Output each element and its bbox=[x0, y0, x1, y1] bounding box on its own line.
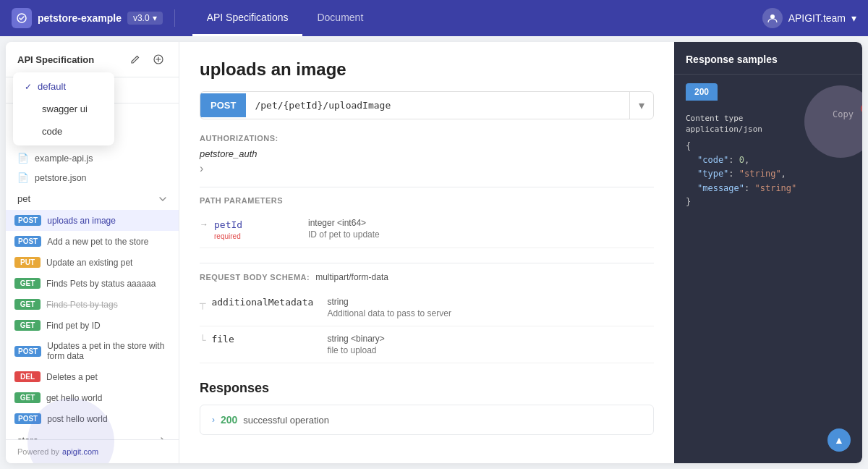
right-panel: Response samples 200 Content type applic… bbox=[674, 42, 862, 463]
file-icon3: 📄 bbox=[17, 172, 29, 183]
method-badge-get3: GET bbox=[14, 320, 41, 331]
file-icon2: 📄 bbox=[17, 153, 29, 164]
logo-icon bbox=[12, 8, 32, 28]
method-badge-post2: POST bbox=[14, 236, 41, 247]
top-nav: petstore-example v3.0 ▾ API Specificatio… bbox=[0, 0, 868, 36]
param-type-col: integer <int64> ID of pet to update bbox=[308, 218, 380, 240]
divider2 bbox=[200, 263, 654, 263]
response-desc: successful operation bbox=[243, 415, 329, 426]
endpoint-add-pet[interactable]: POST Add a new pet to the store bbox=[6, 231, 179, 252]
param-name: petId bbox=[214, 219, 242, 230]
chevron-down-icon bbox=[158, 195, 167, 203]
response-code: 200 bbox=[221, 414, 237, 426]
endpoint-url-bar: POST /pet/{petId}/uploadImage ▾ bbox=[200, 91, 654, 119]
add-icon[interactable] bbox=[150, 51, 167, 68]
method-badge-put: PUT bbox=[14, 257, 41, 268]
edit-icon[interactable] bbox=[127, 51, 144, 68]
dropdown-menu: ✓ default swagger ui code bbox=[13, 72, 114, 145]
endpoint-update-with-form[interactable]: POST Updates a pet in the store with for… bbox=[6, 336, 179, 366]
scroll-top-button[interactable]: ▲ bbox=[827, 428, 851, 452]
url-path: /pet/{petId}/uploadImage bbox=[246, 93, 629, 117]
section-pet[interactable]: pet bbox=[6, 187, 179, 210]
method-badge-del: DEL bbox=[14, 371, 41, 382]
status-tab-200[interactable]: 200 bbox=[686, 83, 718, 101]
dropdown-item-code[interactable]: code bbox=[13, 120, 114, 143]
app-name: petstore-example bbox=[38, 12, 122, 24]
endpoint-find-by-status[interactable]: GET Finds Pets by status aaaaaa bbox=[6, 273, 179, 294]
method-badge-get: GET bbox=[14, 278, 41, 289]
param-required: required bbox=[214, 232, 308, 240]
method-badge-post4: POST bbox=[14, 413, 41, 424]
user-label: APIGIT.team bbox=[788, 12, 846, 24]
app-logo[interactable]: petstore-example bbox=[12, 8, 122, 28]
code-area: Content type application/json Copy { "co… bbox=[674, 101, 862, 463]
divider1 bbox=[200, 187, 654, 187]
copy-button[interactable]: Copy bbox=[833, 109, 854, 119]
sidebar-footer: Powered by apigit.com bbox=[6, 439, 179, 463]
body-param-type1: string bbox=[327, 297, 451, 307]
sidebar-actions bbox=[127, 51, 167, 68]
sidebar-content: ☁ cloud 📄 user.json 📄 example-api.js 📄 p… bbox=[6, 103, 179, 439]
apigit-link[interactable]: apigit.com bbox=[62, 447, 98, 456]
body-param-desc1: Additional data to pass to server bbox=[327, 308, 451, 318]
user-chevron-icon: ▾ bbox=[851, 12, 856, 24]
url-method-badge: POST bbox=[200, 93, 246, 117]
body-param-additional: ┬ additionalMetadata string Additional d… bbox=[200, 290, 654, 326]
response-item-200[interactable]: › 200 successful operation bbox=[200, 405, 654, 435]
tree-icon2: └ bbox=[200, 334, 205, 346]
body-param-desc2: file to upload bbox=[327, 345, 384, 355]
expand-icon[interactable]: ▾ bbox=[629, 92, 653, 119]
endpoint-get-hello-world[interactable]: GET get hello world bbox=[6, 387, 179, 408]
auth-label: AUTHORIZATIONS: bbox=[200, 134, 654, 143]
endpoint-find-by-id[interactable]: GET Find pet by ID bbox=[6, 315, 179, 336]
endpoint-uploads-image[interactable]: POST uploads an image bbox=[6, 210, 179, 231]
section-store[interactable]: store bbox=[6, 429, 179, 439]
schema-type: multipart/form-data bbox=[315, 272, 388, 282]
main-layout: API Specification ✓ default bbox=[6, 42, 862, 463]
endpoint-find-by-tags[interactable]: GET Finds Pets by tags bbox=[6, 294, 179, 315]
user-avatar-icon bbox=[762, 8, 783, 28]
nav-divider bbox=[174, 9, 175, 27]
user-menu[interactable]: APIGIT.team ▾ bbox=[762, 8, 856, 28]
tab-document[interactable]: Document bbox=[302, 0, 378, 36]
auth-name: petstore_auth bbox=[200, 148, 258, 159]
method-badge-post: POST bbox=[14, 215, 41, 226]
content-type-label: Content type application/json bbox=[686, 114, 851, 134]
method-badge-post3: POST bbox=[14, 346, 41, 357]
method-badge-get2: GET bbox=[14, 299, 41, 310]
body-param-file: └ file string <binary> file to upload bbox=[200, 326, 654, 363]
request-schema-label: REQUEST BODY SCHEMA: bbox=[200, 273, 310, 282]
auth-expand-chevron[interactable]: › bbox=[200, 162, 654, 175]
code-block: { "code": 0, "type": "string", "message"… bbox=[686, 140, 851, 209]
path-params-label: PATH PARAMETERS bbox=[200, 196, 654, 205]
param-arrow: → bbox=[200, 219, 208, 229]
response-expand-icon: › bbox=[212, 415, 215, 425]
sidebar-item-exampleapi[interactable]: 📄 example-api.js bbox=[6, 148, 179, 168]
svg-point-1 bbox=[770, 14, 775, 19]
body-param-type-col1: string Additional data to pass to server bbox=[327, 297, 451, 318]
version-selector[interactable]: v3.0 ▾ bbox=[127, 12, 163, 25]
tab-api-specifications[interactable]: API Specifications bbox=[192, 0, 303, 36]
responses-title: Responses bbox=[200, 381, 654, 396]
param-name-col: petId required bbox=[214, 218, 308, 240]
endpoint-update-pet[interactable]: PUT Update an existing pet bbox=[6, 252, 179, 273]
endpoint-title: uploads an image bbox=[200, 59, 654, 80]
chevron-down-icon: ▾ bbox=[153, 13, 157, 23]
path-params-section: PATH PARAMETERS → petId required integer… bbox=[200, 196, 654, 248]
body-param-name1: additionalMetadata bbox=[211, 297, 327, 308]
body-param-type2: string <binary> bbox=[327, 334, 384, 344]
dropdown-item-default[interactable]: ✓ default bbox=[13, 75, 114, 98]
nav-tabs: API Specifications Document bbox=[192, 0, 378, 36]
endpoint-delete-pet[interactable]: DEL Deletes a pet bbox=[6, 366, 179, 387]
sidebar-title: API Specification bbox=[17, 54, 94, 65]
param-row-petid: → petId required integer <int64> ID of p… bbox=[200, 211, 654, 248]
body-param-type-col2: string <binary> file to upload bbox=[327, 334, 384, 355]
request-body-section: REQUEST BODY SCHEMA: multipart/form-data… bbox=[200, 272, 654, 363]
status-tabs: 200 bbox=[674, 75, 862, 101]
dropdown-item-swagger[interactable]: swagger ui bbox=[13, 98, 114, 120]
endpoint-post-hello-world[interactable]: POST post hello world bbox=[6, 408, 179, 429]
auth-row: petstore_auth bbox=[200, 148, 654, 159]
param-desc: ID of pet to update bbox=[308, 229, 380, 240]
sidebar-item-petstore[interactable]: 📄 petstore.json bbox=[6, 168, 179, 187]
main-content: uploads an image POST /pet/{petId}/uploa… bbox=[179, 42, 674, 463]
